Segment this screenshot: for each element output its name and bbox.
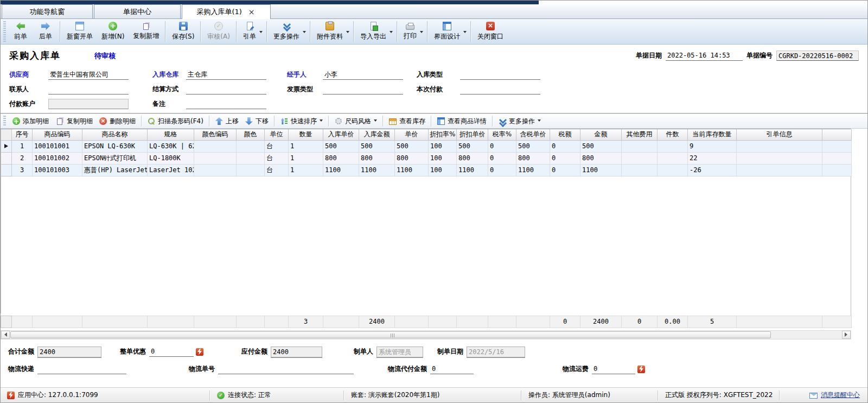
grid-cell[interactable]: 800 [580, 152, 622, 164]
grid-cell[interactable]: 台 [265, 140, 289, 152]
save-button[interactable]: 保存(S) [168, 20, 199, 43]
scan-barcode-button[interactable]: 扫描条形码(F4) [144, 116, 207, 127]
quick-sort-button[interactable]: 快速排序 [277, 116, 326, 127]
grid-cell[interactable]: EPSON针式打印机 [82, 152, 148, 164]
grid-cell[interactable]: 1100 [395, 164, 429, 176]
grid-cell[interactable]: 0 [550, 152, 580, 164]
grid-cell[interactable]: 台 [265, 152, 289, 164]
grid-cell[interactable]: 500 [580, 140, 622, 152]
grid-cell[interactable]: 1 [12, 140, 33, 152]
move-up-button[interactable]: 上移 [212, 116, 242, 127]
column-header[interactable]: 颜色编码 [194, 129, 237, 140]
grid-cell[interactable]: 0 [488, 152, 516, 164]
scroll-right-button[interactable] [842, 331, 851, 339]
grid-cell[interactable]: 100101002 [33, 152, 82, 164]
horizontal-scrollbar[interactable] [1, 330, 851, 339]
grid-cell[interactable]: 1100 [457, 164, 488, 176]
grid-cell[interactable]: 1 [289, 152, 323, 164]
tab-close-icon[interactable]: × [247, 9, 256, 15]
grid-cell[interactable]: LQ-630K | 620K [148, 140, 194, 152]
grid-cell[interactable]: 800 [395, 152, 429, 164]
grid-cell[interactable]: 1 [289, 164, 323, 176]
column-header[interactable]: 金额 [580, 129, 622, 140]
grid-cell[interactable] [194, 164, 237, 176]
grid-cell[interactable]: 100 [429, 140, 457, 152]
grid-cell[interactable]: 500 [323, 140, 359, 152]
more-actions-button[interactable]: 更多操作 [269, 20, 308, 43]
column-header[interactable]: 折扣率% [429, 129, 457, 140]
grid-cell[interactable]: EPSON LQ-630K [82, 140, 148, 152]
supplier-field[interactable]: 爱普生中国有限公司 [48, 70, 129, 80]
grid-cell[interactable]: LaserJet 1020 [148, 164, 194, 176]
grid-cell[interactable] [622, 140, 658, 152]
grid-cell[interactable]: 1100 [323, 164, 359, 176]
import-export-button[interactable]: 导入导出 [356, 20, 395, 43]
delete-detail-button[interactable]: 删除明细 [96, 116, 139, 127]
print-button[interactable]: 打印 [399, 20, 425, 43]
invoice-type-field[interactable] [323, 84, 403, 95]
grid-cell[interactable]: 800 [359, 152, 395, 164]
next-doc-button[interactable]: 后单 [33, 20, 58, 43]
column-header[interactable]: 入库金额 [359, 129, 395, 140]
column-header[interactable]: 规格 [148, 129, 194, 140]
column-header[interactable]: 商品编码 [33, 129, 82, 140]
column-header[interactable]: 单位 [265, 129, 289, 140]
grid-cell[interactable]: 1100 [516, 164, 550, 176]
grid-cell[interactable] [237, 140, 265, 152]
column-header[interactable]: 颜色 [237, 129, 265, 140]
current-payment-field[interactable] [460, 84, 540, 95]
whole-discount-field[interactable]: 0 [149, 347, 194, 357]
grid-cell[interactable]: 1 [289, 140, 323, 152]
grid-cell[interactable]: 22 [688, 152, 737, 164]
column-header[interactable]: 入库单价 [323, 129, 359, 140]
logistics-express-field[interactable] [37, 364, 126, 374]
column-header[interactable]: 税率% [488, 129, 516, 140]
grid-cell[interactable]: 100101001 [33, 140, 82, 152]
grid-cell[interactable] [737, 164, 822, 176]
audit-button[interactable]: 审核(A) [203, 20, 234, 43]
grid-cell[interactable] [622, 152, 658, 164]
scroll-left-button[interactable] [1, 331, 10, 339]
add-detail-button[interactable]: 添加明细 [9, 116, 52, 127]
doc-date-field[interactable]: 2022-05-16 14:53 [666, 51, 743, 61]
inbound-type-field[interactable] [460, 70, 540, 80]
grid-cell[interactable]: 3 [12, 164, 33, 176]
scrollbar-thumb[interactable] [10, 331, 771, 338]
ui-design-button[interactable]: 界面设计 [430, 20, 469, 43]
column-header[interactable]: 序号 [12, 129, 33, 140]
message-center-link[interactable]: 消息提醒中心 [803, 391, 867, 400]
column-header[interactable]: 折扣单价 [457, 129, 488, 140]
new-window-doc-button[interactable]: 新窗开单 [62, 20, 97, 43]
handler-field[interactable]: 小李 [323, 70, 403, 80]
column-header[interactable]: 件数 [658, 129, 688, 140]
grid-cell[interactable]: 0 [550, 140, 580, 152]
grid-cell[interactable]: 惠普(HP) LaserJet [82, 164, 148, 176]
view-stock-button[interactable]: 查看库存 [386, 116, 429, 127]
warehouse-field[interactable]: 主仓库 [186, 70, 266, 80]
copy-detail-button[interactable]: 复制明细 [52, 116, 96, 127]
grid-cell[interactable]: 100 [429, 164, 457, 176]
grid-cell[interactable] [237, 152, 265, 164]
grid-cell[interactable] [658, 152, 688, 164]
grid-cell[interactable]: 1100 [580, 164, 622, 176]
view-product-detail-button[interactable]: 查看商品详情 [434, 116, 490, 127]
column-header[interactable]: 单价 [395, 129, 429, 140]
grid-cell[interactable]: 500 [395, 140, 429, 152]
grid-cell[interactable]: 500 [359, 140, 395, 152]
contact-field[interactable] [48, 84, 129, 95]
grid-cell[interactable]: 1100 [359, 164, 395, 176]
grid-cell[interactable]: -26 [688, 164, 737, 176]
column-header[interactable]: 引单信息 [737, 129, 822, 140]
payment-account-field[interactable] [48, 99, 129, 109]
grid-cell[interactable]: 800 [323, 152, 359, 164]
remark-field[interactable] [186, 99, 266, 109]
grid-cell[interactable] [737, 140, 822, 152]
grid-cell[interactable]: 500 [516, 140, 550, 152]
grid-cell[interactable] [194, 152, 237, 164]
whole-discount-discount-button[interactable] [196, 348, 203, 356]
grid-cell[interactable]: 100 [429, 152, 457, 164]
settlement-method-field[interactable] [186, 84, 266, 95]
grid-cell[interactable] [237, 164, 265, 176]
logistics-cod-amount-field[interactable]: 0 [430, 364, 474, 374]
tab-1[interactable]: 功能导航窗 [2, 4, 93, 18]
